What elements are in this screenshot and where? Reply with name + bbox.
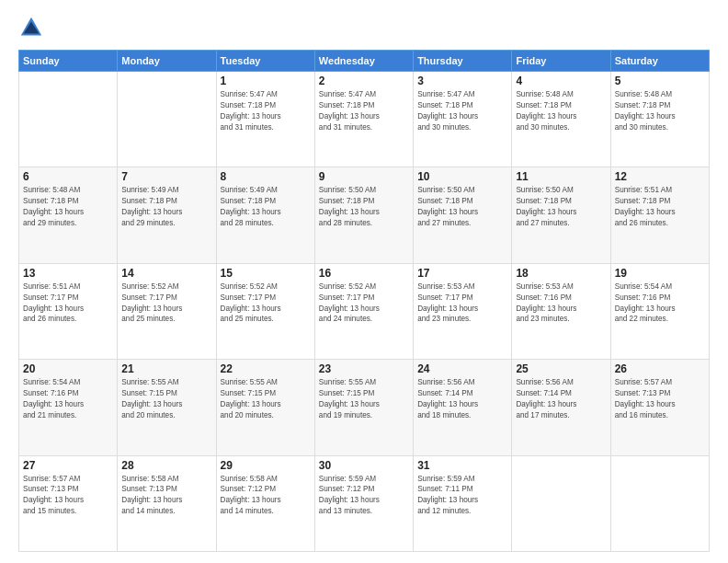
day-info: Sunrise: 5:47 AM Sunset: 7:18 PM Dayligh… — [221, 89, 311, 133]
calendar-cell: 12Sunrise: 5:51 AM Sunset: 7:18 PM Dayli… — [610, 167, 709, 263]
day-number: 29 — [221, 459, 311, 472]
logo-icon — [18, 15, 44, 40]
day-info: Sunrise: 5:54 AM Sunset: 7:16 PM Dayligh… — [23, 377, 113, 421]
page: SundayMondayTuesdayWednesdayThursdayFrid… — [0, 0, 728, 563]
day-info: Sunrise: 5:48 AM Sunset: 7:18 PM Dayligh… — [23, 185, 113, 229]
weekday-header-sunday: Sunday — [19, 51, 118, 72]
day-info: Sunrise: 5:59 AM Sunset: 7:12 PM Dayligh… — [319, 474, 409, 518]
calendar-cell: 24Sunrise: 5:56 AM Sunset: 7:14 PM Dayli… — [414, 360, 512, 455]
calendar-cell: 16Sunrise: 5:52 AM Sunset: 7:17 PM Dayli… — [314, 263, 413, 359]
calendar-cell: 27Sunrise: 5:57 AM Sunset: 7:13 PM Dayli… — [19, 455, 118, 551]
day-number: 25 — [516, 362, 606, 375]
day-number: 31 — [417, 459, 507, 472]
day-info: Sunrise: 5:57 AM Sunset: 7:13 PM Dayligh… — [615, 377, 705, 421]
day-number: 12 — [615, 170, 705, 183]
day-number: 6 — [23, 170, 113, 183]
day-number: 7 — [121, 170, 211, 183]
calendar-cell: 21Sunrise: 5:55 AM Sunset: 7:15 PM Dayli… — [118, 360, 216, 455]
day-number: 10 — [417, 170, 507, 183]
header — [18, 15, 710, 40]
day-info: Sunrise: 5:50 AM Sunset: 7:18 PM Dayligh… — [319, 185, 409, 229]
calendar-cell: 29Sunrise: 5:58 AM Sunset: 7:12 PM Dayli… — [216, 455, 314, 551]
day-info: Sunrise: 5:55 AM Sunset: 7:15 PM Dayligh… — [319, 377, 409, 421]
calendar-table: SundayMondayTuesdayWednesdayThursdayFrid… — [18, 50, 710, 552]
day-info: Sunrise: 5:57 AM Sunset: 7:13 PM Dayligh… — [23, 474, 113, 518]
weekday-header-tuesday: Tuesday — [216, 51, 314, 72]
calendar-cell: 1Sunrise: 5:47 AM Sunset: 7:18 PM Daylig… — [216, 72, 314, 167]
day-number: 20 — [23, 362, 113, 375]
day-info: Sunrise: 5:47 AM Sunset: 7:18 PM Dayligh… — [417, 89, 507, 133]
day-info: Sunrise: 5:51 AM Sunset: 7:18 PM Dayligh… — [615, 185, 705, 229]
day-info: Sunrise: 5:47 AM Sunset: 7:18 PM Dayligh… — [319, 89, 409, 133]
day-number: 8 — [221, 170, 311, 183]
day-number: 28 — [121, 459, 211, 472]
day-info: Sunrise: 5:49 AM Sunset: 7:18 PM Dayligh… — [221, 185, 311, 229]
calendar-cell: 18Sunrise: 5:53 AM Sunset: 7:16 PM Dayli… — [512, 263, 610, 359]
calendar-week-4: 20Sunrise: 5:54 AM Sunset: 7:16 PM Dayli… — [19, 360, 710, 455]
calendar-cell: 17Sunrise: 5:53 AM Sunset: 7:17 PM Dayli… — [414, 263, 512, 359]
day-info: Sunrise: 5:58 AM Sunset: 7:13 PM Dayligh… — [121, 474, 211, 518]
calendar-cell: 30Sunrise: 5:59 AM Sunset: 7:12 PM Dayli… — [314, 455, 413, 551]
day-number: 1 — [221, 75, 311, 87]
day-info: Sunrise: 5:53 AM Sunset: 7:16 PM Dayligh… — [516, 282, 606, 326]
day-info: Sunrise: 5:53 AM Sunset: 7:17 PM Dayligh… — [417, 282, 507, 326]
day-info: Sunrise: 5:56 AM Sunset: 7:14 PM Dayligh… — [417, 377, 507, 421]
day-info: Sunrise: 5:52 AM Sunset: 7:17 PM Dayligh… — [121, 282, 211, 326]
day-number: 18 — [516, 267, 606, 280]
calendar-cell: 5Sunrise: 5:48 AM Sunset: 7:18 PM Daylig… — [610, 72, 709, 167]
calendar-cell: 20Sunrise: 5:54 AM Sunset: 7:16 PM Dayli… — [19, 360, 118, 455]
day-info: Sunrise: 5:52 AM Sunset: 7:17 PM Dayligh… — [319, 282, 409, 326]
day-number: 3 — [417, 75, 507, 87]
day-number: 15 — [221, 267, 311, 280]
day-number: 24 — [417, 362, 507, 375]
day-number: 30 — [319, 459, 409, 472]
day-number: 11 — [516, 170, 606, 183]
calendar-cell: 31Sunrise: 5:59 AM Sunset: 7:11 PM Dayli… — [414, 455, 512, 551]
calendar-cell: 4Sunrise: 5:48 AM Sunset: 7:18 PM Daylig… — [512, 72, 610, 167]
calendar-cell — [512, 455, 610, 551]
day-number: 21 — [121, 362, 211, 375]
calendar-week-5: 27Sunrise: 5:57 AM Sunset: 7:13 PM Dayli… — [19, 455, 710, 551]
day-info: Sunrise: 5:56 AM Sunset: 7:14 PM Dayligh… — [516, 377, 606, 421]
day-number: 16 — [319, 267, 409, 280]
weekday-header-monday: Monday — [118, 51, 216, 72]
calendar-cell: 13Sunrise: 5:51 AM Sunset: 7:17 PM Dayli… — [19, 263, 118, 359]
day-info: Sunrise: 5:59 AM Sunset: 7:11 PM Dayligh… — [417, 474, 507, 518]
calendar-cell — [19, 72, 118, 167]
calendar-cell: 28Sunrise: 5:58 AM Sunset: 7:13 PM Dayli… — [118, 455, 216, 551]
day-info: Sunrise: 5:50 AM Sunset: 7:18 PM Dayligh… — [417, 185, 507, 229]
day-info: Sunrise: 5:58 AM Sunset: 7:12 PM Dayligh… — [221, 474, 311, 518]
day-number: 17 — [417, 267, 507, 280]
calendar-cell: 26Sunrise: 5:57 AM Sunset: 7:13 PM Dayli… — [610, 360, 709, 455]
day-info: Sunrise: 5:48 AM Sunset: 7:18 PM Dayligh… — [615, 89, 705, 133]
calendar-week-2: 6Sunrise: 5:48 AM Sunset: 7:18 PM Daylig… — [19, 167, 710, 263]
day-info: Sunrise: 5:54 AM Sunset: 7:16 PM Dayligh… — [615, 282, 705, 326]
day-info: Sunrise: 5:52 AM Sunset: 7:17 PM Dayligh… — [221, 282, 311, 326]
day-number: 13 — [23, 267, 113, 280]
calendar-cell: 15Sunrise: 5:52 AM Sunset: 7:17 PM Dayli… — [216, 263, 314, 359]
weekday-header-friday: Friday — [512, 51, 610, 72]
day-info: Sunrise: 5:50 AM Sunset: 7:18 PM Dayligh… — [516, 185, 606, 229]
calendar-week-1: 1Sunrise: 5:47 AM Sunset: 7:18 PM Daylig… — [19, 72, 710, 167]
weekday-header-saturday: Saturday — [610, 51, 709, 72]
day-number: 22 — [221, 362, 311, 375]
day-info: Sunrise: 5:51 AM Sunset: 7:17 PM Dayligh… — [23, 282, 113, 326]
calendar-cell: 23Sunrise: 5:55 AM Sunset: 7:15 PM Dayli… — [314, 360, 413, 455]
weekday-header-wednesday: Wednesday — [314, 51, 413, 72]
day-info: Sunrise: 5:55 AM Sunset: 7:15 PM Dayligh… — [121, 377, 211, 421]
calendar-cell: 22Sunrise: 5:55 AM Sunset: 7:15 PM Dayli… — [216, 360, 314, 455]
calendar-cell: 11Sunrise: 5:50 AM Sunset: 7:18 PM Dayli… — [512, 167, 610, 263]
day-number: 27 — [23, 459, 113, 472]
calendar-cell: 7Sunrise: 5:49 AM Sunset: 7:18 PM Daylig… — [118, 167, 216, 263]
calendar-cell: 2Sunrise: 5:47 AM Sunset: 7:18 PM Daylig… — [314, 72, 413, 167]
day-number: 23 — [319, 362, 409, 375]
weekday-header-thursday: Thursday — [414, 51, 512, 72]
day-number: 4 — [516, 75, 606, 87]
day-info: Sunrise: 5:49 AM Sunset: 7:18 PM Dayligh… — [121, 185, 211, 229]
day-info: Sunrise: 5:55 AM Sunset: 7:15 PM Dayligh… — [221, 377, 311, 421]
day-number: 19 — [615, 267, 705, 280]
calendar-cell: 6Sunrise: 5:48 AM Sunset: 7:18 PM Daylig… — [19, 167, 118, 263]
day-number: 9 — [319, 170, 409, 183]
calendar-cell — [610, 455, 709, 551]
calendar-cell — [118, 72, 216, 167]
